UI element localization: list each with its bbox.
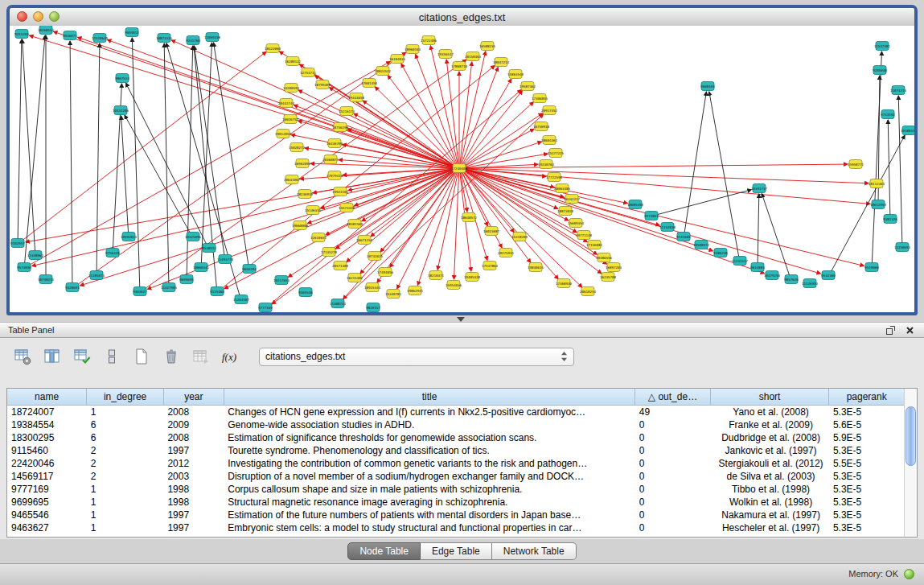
graph-node[interactable]: 17868710: [451, 62, 468, 71]
graph-node[interactable]: 15318209: [511, 233, 528, 241]
graph-edge[interactable]: [888, 120, 890, 215]
graph-node[interactable]: 15216174: [339, 107, 355, 116]
cell-title[interactable]: Tourette syndrome. Phenomenology and cla…: [224, 444, 634, 457]
cell-pagerank[interactable]: 5.3E-5: [829, 509, 905, 521]
graph-edge[interactable]: [465, 170, 765, 274]
graph-node[interactable]: 9532360: [821, 271, 836, 280]
graph-node[interactable]: 11493770: [217, 255, 234, 264]
graph-edge[interactable]: [214, 43, 248, 265]
graph-node[interactable]: 9386240: [713, 249, 728, 257]
graph-node[interactable]: 18604361: [541, 136, 558, 145]
cell-name[interactable]: 9777169: [7, 483, 87, 496]
graph-node[interactable]: 18236916: [297, 190, 314, 199]
minimize-window-button[interactable]: [33, 11, 43, 22]
cell-out_degree[interactable]: 0: [635, 457, 711, 470]
column-chooser-button[interactable]: [41, 345, 64, 368]
graph-node[interactable]: 15954036: [446, 281, 462, 290]
graph-node[interactable]: 18756296: [332, 123, 349, 132]
graph-edge[interactable]: [363, 101, 454, 166]
graph-node[interactable]: 20824522: [375, 67, 392, 76]
table-row[interactable]: 1938455462009Genome-wide association stu…: [7, 418, 905, 431]
graph-node[interactable]: 10391737: [751, 184, 768, 193]
cell-pagerank[interactable]: 5.3E-5: [829, 470, 905, 483]
graph-edge[interactable]: [70, 41, 72, 283]
graph-node[interactable]: 9743592: [881, 110, 895, 119]
column-settings-button[interactable]: [11, 345, 34, 368]
graph-node[interactable]: 9381326: [883, 215, 897, 224]
graph-edge[interactable]: [464, 113, 543, 167]
table-row[interactable]: 969969511998Structural magnetic resonanc…: [7, 496, 905, 509]
cell-title[interactable]: Genome-wide association studies in ADHD.: [224, 418, 634, 431]
graph-node[interactable]: 9857626: [784, 275, 799, 284]
cell-out_degree[interactable]: 0: [635, 431, 711, 444]
graph-node[interactable]: 10685490: [627, 200, 644, 209]
graph-node[interactable]: 15573428: [339, 204, 355, 212]
cell-pagerank[interactable]: 5.3E-5: [829, 496, 905, 509]
cell-year[interactable]: 1998: [163, 483, 224, 496]
network-canvas[interactable]: 1724040818422060162801221275471118799301…: [10, 26, 914, 312]
graph-node[interactable]: 9538912: [202, 244, 216, 253]
row-stack-button[interactable]: [101, 345, 123, 368]
graph-edge[interactable]: [125, 115, 191, 233]
graph-node[interactable]: 17079413: [326, 171, 343, 180]
graph-edge[interactable]: [465, 154, 548, 167]
graph-node[interactable]: 9115460: [210, 287, 224, 296]
cell-out_degree[interactable]: 0: [635, 521, 711, 534]
cell-name[interactable]: 19384554: [7, 418, 87, 431]
graph-node[interactable]: 9205848: [873, 66, 887, 75]
tab-network-table[interactable]: Network Table: [492, 542, 577, 560]
column-header-in_degree[interactable]: in_degree: [87, 389, 164, 406]
graph-edge[interactable]: [80, 169, 454, 285]
column-header-title[interactable]: title: [224, 389, 634, 406]
graph-node[interactable]: 17468930: [556, 279, 573, 288]
graph-node[interactable]: 10431286: [113, 106, 129, 115]
cell-year[interactable]: 1997: [163, 521, 224, 534]
graph-node[interactable]: 9573840: [17, 263, 31, 272]
graph-node[interactable]: 20631067: [284, 175, 301, 184]
cell-year[interactable]: 2008: [163, 406, 224, 419]
close-window-button[interactable]: [17, 11, 27, 22]
cell-year[interactable]: 1997: [163, 444, 224, 457]
graph-node[interactable]: 16280122: [285, 57, 302, 66]
cell-in_degree[interactable]: 1: [87, 496, 164, 509]
graph-node[interactable]: 11264587: [233, 295, 250, 304]
close-panel-button[interactable]: [906, 326, 914, 335]
graph-node[interactable]: 17135278: [321, 248, 338, 257]
graph-node[interactable]: 14200594: [283, 84, 300, 93]
import-table-button[interactable]: [190, 345, 212, 368]
cell-out_degree[interactable]: 0: [635, 418, 711, 431]
graph-node[interactable]: 9820157: [366, 303, 380, 312]
graph-node[interactable]: 17722596: [546, 173, 563, 182]
cell-title[interactable]: Changes of HCN gene expression and I(f) …: [224, 406, 634, 419]
graph-edge[interactable]: [758, 194, 759, 263]
graph-node[interactable]: 17537864: [482, 262, 499, 270]
cell-pagerank[interactable]: 5.3E-5: [829, 406, 905, 419]
graph-node[interactable]: 19587462: [519, 82, 536, 91]
graph-edge[interactable]: [463, 171, 559, 279]
cell-short[interactable]: Wolkin et al. (1998): [710, 496, 829, 509]
column-header-year[interactable]: year: [163, 389, 224, 406]
graph-node[interactable]: 16588235: [479, 42, 496, 51]
graph-node[interactable]: 16023687: [483, 227, 500, 236]
cell-title[interactable]: Investigating the contribution of common…: [224, 457, 634, 470]
cell-title[interactable]: Embryonic stem cells: a model to study s…: [224, 521, 634, 534]
table-row[interactable]: 946362711997Embryonic stem cells: a mode…: [7, 521, 905, 534]
cell-short[interactable]: Yano et al. (2008): [710, 406, 829, 419]
graph-node[interactable]: 15477225: [548, 149, 565, 158]
graph-node[interactable]: 15146315: [305, 206, 322, 215]
table-row[interactable]: 977716911998Corpus callosum shape and si…: [7, 483, 905, 496]
graph-node[interactable]: 16436709: [326, 139, 343, 148]
cell-name[interactable]: 9463627: [7, 521, 87, 534]
graph-node[interactable]: 18960103: [405, 45, 421, 54]
table-row[interactable]: 1456911722003Disruption of a novel membe…: [7, 470, 905, 483]
graph-node[interactable]: 10740215: [38, 275, 55, 284]
graph-edge[interactable]: [97, 43, 100, 271]
column-header-out_degree[interactable]: △ out_de…: [635, 389, 711, 406]
graph-node[interactable]: 10860341: [193, 263, 210, 272]
cell-short[interactable]: Jankovic et al. (1997): [710, 444, 829, 457]
cell-short[interactable]: Dudbridge et al. (2008): [710, 431, 829, 444]
graph-node[interactable]: 9668104: [700, 82, 715, 91]
cell-pagerank[interactable]: 5.3E-5: [829, 521, 905, 534]
cell-in_degree[interactable]: 1: [87, 521, 164, 534]
cell-pagerank[interactable]: 5.9E-5: [829, 431, 905, 444]
